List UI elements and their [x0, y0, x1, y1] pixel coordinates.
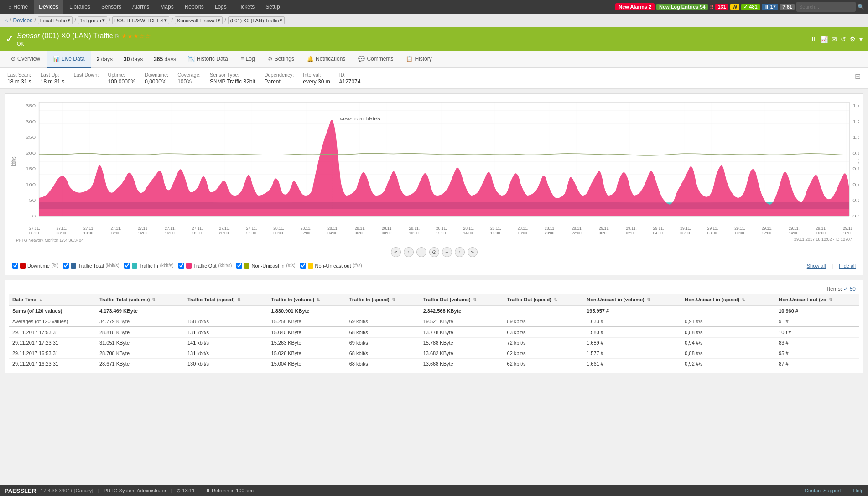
col-tt-vol[interactable]: Traffic Total (volume) ⇅ — [96, 294, 184, 305]
legend-traffic-out-checkbox[interactable] — [178, 263, 184, 269]
nav-prev-btn[interactable]: ‹ — [404, 247, 414, 257]
grid-icon[interactable]: ⊞ — [855, 72, 861, 85]
data-table: Date Time ▲ Traffic Total (volume) ⇅ Tra… — [9, 294, 859, 369]
breadcrumb-firewall[interactable]: Sonicwall Firewall ▾ — [175, 16, 223, 24]
chevron-down-icon: ▾ — [218, 17, 220, 23]
legend-downtime: Downtime (%) — [12, 263, 58, 269]
nav-home-btn[interactable]: ⊙ — [429, 247, 439, 257]
clock-icon: ⊙ — [11, 56, 16, 62]
gear-icon: ⚙ — [268, 56, 273, 62]
meta-sensor-type: Sensor Type: SNMP Traffic 32bit — [210, 72, 255, 85]
meta-last-scan: Last Scan: 18 m 31 s — [7, 72, 31, 85]
col-ti-vol[interactable]: Traffic In (volume) ⇅ — [268, 294, 346, 305]
svg-text:1,2: 1,2 — [852, 119, 859, 124]
nav-devices[interactable]: Devices — [34, 0, 63, 14]
nav-first-btn[interactable]: « — [391, 247, 401, 257]
gray-count-badge[interactable]: ? 61 — [780, 4, 795, 10]
legend-traffic-total: Traffic Total (kbit/s) — [63, 263, 119, 269]
sensor-meta: Last Scan: 18 m 31 s Last Up: 18 m 31 s … — [0, 68, 868, 89]
nav-sensors[interactable]: Sensors — [97, 0, 126, 14]
meta-last-up: Last Up: 18 m 31 s — [41, 72, 65, 85]
yellow-count-badge[interactable]: ✓ 481 — [741, 4, 759, 10]
col-nu-in-spd[interactable]: Non-Unicast in (speed) ⇅ — [681, 294, 775, 305]
show-all-link[interactable]: Show all — [807, 263, 826, 269]
tab-history[interactable]: 📋 History — [400, 51, 438, 68]
col-ti-spd[interactable]: Traffic In (speed) ⇅ — [346, 294, 420, 305]
sensor-stars[interactable]: ★★★☆☆ — [121, 32, 151, 40]
tab-comments[interactable]: 💬 Comments — [352, 51, 400, 68]
col-datetime[interactable]: Date Time ▲ — [9, 294, 96, 305]
tab-365-days[interactable]: 365 days — [148, 51, 182, 68]
pause-button[interactable]: ⏸ — [810, 36, 816, 43]
chart-nav: « ‹ + ⊙ − › » — [9, 247, 859, 257]
col-nu-out-vo[interactable]: Non-Unicast out (vo ⇅ — [775, 294, 859, 305]
data-table-section: Items: ✓ 50 Date Time ▲ Traffic Total (v… — [5, 280, 863, 373]
nav-tickets[interactable]: Tickets — [233, 0, 260, 14]
nav-alarms[interactable]: Alarms — [128, 0, 154, 14]
col-to-vol[interactable]: Traffic Out (volume) ⇅ — [420, 294, 504, 305]
email-button[interactable]: ✉ — [832, 36, 837, 43]
legend-traffic-in-checkbox[interactable] — [124, 263, 130, 269]
tab-log[interactable]: ≡ Log — [234, 51, 261, 68]
legend-non-unicast-out-checkbox[interactable] — [300, 263, 306, 269]
breadcrumb-local-probe[interactable]: Local Probe ▾ — [38, 16, 73, 24]
col-tt-spd[interactable]: Traffic Total (speed) ⇅ — [184, 294, 268, 305]
chart-timestamp: 29.11.2017 18:12:02 - ID 12707 — [790, 237, 856, 243]
hide-all-link[interactable]: Hide all — [839, 263, 856, 269]
graph-button[interactable]: 📈 — [820, 36, 828, 43]
col-to-spd[interactable]: Traffic Out (speed) ⇅ — [504, 294, 583, 305]
nav-zoom-out-btn[interactable]: − — [442, 247, 452, 257]
breadcrumb-home[interactable]: ⌂ — [5, 17, 8, 24]
new-alarms-badge[interactable]: New Alarms 2 — [615, 3, 655, 10]
top-alerts: New Alarms 2 New Log Entries 94 !! 131 W… — [615, 3, 795, 10]
nav-libraries[interactable]: Libraries — [65, 0, 95, 14]
chart-area: 0 50 100 150 200 250 300 350 kbit/s #/s … — [9, 98, 859, 225]
legend-traffic-in: Traffic In (kbit/s) — [124, 263, 174, 269]
legend-downtime-checkbox[interactable] — [12, 263, 18, 269]
blue-count-badge[interactable]: ⏸ 17 — [762, 4, 778, 10]
meta-id: ID: #127074 — [339, 72, 361, 85]
search-input[interactable] — [796, 2, 856, 12]
new-log-badge[interactable]: New Log Entries 94 — [656, 4, 708, 10]
exc-count-badge[interactable]: 131 — [715, 4, 728, 10]
legend-traffic-total-checkbox[interactable] — [63, 263, 69, 269]
sensor-external-link-icon[interactable]: ⎘ — [115, 33, 119, 39]
tab-30-days[interactable]: 30 days — [118, 51, 148, 68]
w-badge[interactable]: W — [730, 4, 739, 10]
tab-live-data[interactable]: 📊 Live Data — [47, 51, 91, 68]
svg-text:#/s: #/s — [857, 159, 859, 164]
nav-next-btn[interactable]: › — [455, 247, 465, 257]
tab-settings[interactable]: ⚙ Settings — [261, 51, 301, 68]
col-nu-in-vol[interactable]: Non-Unicast in (volume) ⇅ — [583, 294, 681, 305]
nav-zoom-in-btn[interactable]: + — [416, 247, 426, 257]
breadcrumb-sensor[interactable]: (001) X0 (LAN) Traffic ▾ — [228, 16, 285, 24]
top-nav: ⌂ Home Devices Libraries Sensors Alarms … — [0, 0, 868, 14]
tab-historic-data[interactable]: 📉 Historic Data — [182, 51, 234, 68]
svg-text:Max: 670 kbit/s: Max: 670 kbit/s — [339, 117, 380, 121]
nav-reports[interactable]: Reports — [180, 0, 208, 14]
more-button[interactable]: ▾ — [859, 36, 863, 43]
legend-traffic-in-color — [132, 263, 137, 269]
nav-home[interactable]: ⌂ Home — [4, 0, 32, 14]
nav-logs[interactable]: Logs — [210, 0, 231, 14]
settings-button[interactable]: ⚙ — [850, 36, 856, 43]
breadcrumb-router[interactable]: ROUTER/SWITCHES ▾ — [112, 16, 170, 24]
tab-2-days[interactable]: 2 days — [91, 51, 118, 68]
svg-text:0: 0 — [32, 214, 36, 218]
legend-non-unicast-in-checkbox[interactable] — [236, 263, 242, 269]
search-icon[interactable]: 🔍 — [858, 4, 864, 10]
nav-last-btn[interactable]: » — [468, 247, 478, 257]
breadcrumb-group1[interactable]: 1st group ▾ — [78, 16, 107, 24]
sensor-header: ✓ Sensor (001) X0 (LAN) Traffic ⎘ ★★★☆☆ … — [0, 27, 868, 51]
table-header-row: Items: ✓ 50 — [9, 284, 859, 294]
tab-overview[interactable]: ⊙ Overview — [5, 51, 47, 68]
refresh-button[interactable]: ↺ — [841, 36, 846, 43]
svg-text:150: 150 — [26, 166, 36, 171]
nav-setup[interactable]: Setup — [261, 0, 284, 14]
chevron-down-icon: ▾ — [280, 17, 282, 23]
bell-icon: 🔔 — [307, 56, 314, 62]
tab-notifications[interactable]: 🔔 Notifications — [301, 51, 352, 68]
sensor-actions: ⏸ 📈 ✉ ↺ ⚙ ▾ — [810, 36, 863, 43]
nav-maps[interactable]: Maps — [156, 0, 178, 14]
breadcrumb-devices[interactable]: Devices — [13, 17, 33, 24]
